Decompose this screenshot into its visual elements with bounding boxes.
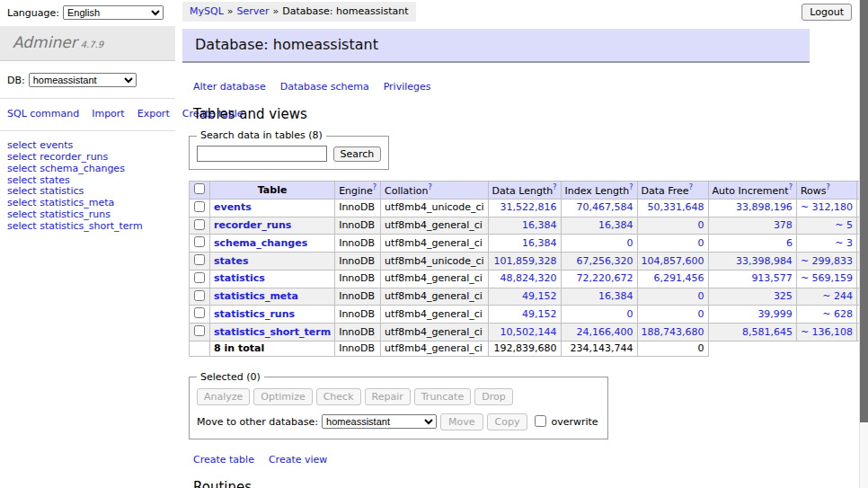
data-free-link[interactable]: 0 [698, 237, 704, 249]
table-name-link[interactable]: statistics_meta [214, 290, 298, 302]
truncate-button[interactable]: Truncate [414, 388, 471, 405]
sidebar-action-link[interactable]: Export [137, 108, 170, 120]
table-name-link[interactable]: recorder_runs [214, 219, 291, 231]
index-length-link[interactable]: 0 [627, 308, 633, 320]
sidebar-action-link[interactable]: SQL command [7, 108, 79, 120]
scrollbar-thumb[interactable] [860, 0, 868, 422]
search-button[interactable]: Search [333, 146, 382, 162]
rows-link[interactable]: ~ 569,159 [801, 272, 853, 284]
help-link[interactable]: ? [553, 183, 556, 191]
sidebar-action-link[interactable]: Import [92, 108, 125, 120]
search-input[interactable] [197, 146, 327, 162]
help-link[interactable]: ? [826, 183, 829, 191]
data-free-cell: 188,743,680 [637, 324, 708, 342]
logout-button[interactable]: Logout [802, 4, 852, 21]
db-select[interactable]: homeassistant [29, 73, 137, 87]
help-link[interactable]: ? [689, 183, 693, 191]
rows-link[interactable]: ~ 312,180 [801, 201, 853, 213]
breadcrumb-link[interactable]: Server [237, 5, 270, 17]
index-length-link[interactable]: 72,220,672 [577, 272, 633, 284]
index-length-link[interactable]: 24,166,400 [577, 326, 633, 338]
rows-link[interactable]: ~ 3 [835, 237, 853, 249]
help-link[interactable]: ? [373, 183, 376, 191]
table-name-link[interactable]: states [214, 255, 249, 267]
table-name-link[interactable]: schema_changes [214, 237, 307, 249]
row-checkbox[interactable] [194, 307, 205, 318]
help-link[interactable]: ? [428, 183, 431, 191]
row-checkbox[interactable] [194, 219, 205, 230]
optimize-button[interactable]: Optimize [253, 388, 312, 405]
selected-legend: Selected (0) [197, 371, 264, 384]
auto-increment-link[interactable]: 6 [786, 237, 793, 249]
data-length-link[interactable]: 49,152 [522, 290, 557, 302]
create-link[interactable]: Create table [193, 454, 254, 466]
row-checkbox[interactable] [194, 236, 205, 247]
auto-increment-link[interactable]: 39,999 [757, 308, 793, 320]
auto-increment-link[interactable]: 913,577 [751, 272, 793, 284]
data-length-link[interactable]: 48,824,320 [500, 272, 557, 284]
data-free-link[interactable]: 104,857,600 [642, 255, 704, 267]
data-free-link[interactable]: 6,291,456 [654, 272, 704, 284]
breadcrumb-link[interactable]: MySQL [190, 5, 224, 17]
data-length-link[interactable]: 16,384 [522, 237, 557, 249]
data-free-link[interactable]: 0 [698, 290, 704, 302]
move-button[interactable]: Move [440, 413, 483, 430]
rows-link[interactable]: ~ 5 [835, 219, 853, 231]
auto-increment-link[interactable]: 325 [774, 290, 793, 302]
auto-increment-link[interactable]: 378 [774, 219, 793, 231]
table-name-link[interactable]: events [214, 201, 252, 213]
data-length-link[interactable]: 101,859,328 [494, 255, 557, 267]
help-link[interactable]: ? [629, 183, 633, 191]
row-checkbox[interactable] [194, 254, 205, 265]
table-name-link[interactable]: statistics [214, 272, 265, 284]
data-length-link[interactable]: 16,384 [522, 219, 557, 231]
table-name-link[interactable]: statistics_runs [214, 308, 295, 320]
rows-link[interactable]: ~ 244 [822, 290, 853, 302]
drop-button[interactable]: Drop [474, 388, 512, 405]
index-length-link[interactable]: 16,384 [598, 219, 633, 231]
data-free-link[interactable]: 188,743,680 [642, 326, 704, 338]
row-checkbox[interactable] [194, 325, 205, 336]
auto-increment-link[interactable]: 8,581,645 [742, 326, 793, 338]
data-free-link[interactable]: 0 [698, 219, 704, 231]
index-length-link[interactable]: 67,256,320 [577, 255, 633, 267]
table-name-link[interactable]: statistics_short_term [214, 326, 331, 338]
index-length-link[interactable]: 0 [627, 237, 633, 249]
row-checkbox[interactable] [194, 201, 205, 212]
row-checkbox[interactable] [194, 290, 205, 301]
index-length-link[interactable]: 16,384 [598, 290, 633, 302]
help-link[interactable]: ? [789, 183, 793, 191]
table-row: schema_changesInnoDButf8mb4_general_ci16… [190, 235, 868, 253]
copy-button[interactable]: Copy [487, 413, 528, 430]
data-free-link[interactable]: 0 [698, 308, 704, 320]
index-length-cell: 0 [561, 306, 637, 324]
data-length-link[interactable]: 31,522,816 [500, 201, 557, 213]
sidebar-table-link[interactable]: select schema_changes [7, 164, 168, 175]
repair-button[interactable]: Repair [365, 388, 411, 405]
check-button[interactable]: Check [316, 388, 361, 405]
move-db-select[interactable]: homeassistant [322, 414, 437, 429]
analyze-button[interactable]: Analyze [197, 388, 250, 405]
data-length-link[interactable]: 10,502,144 [500, 326, 557, 338]
sidebar-table-link[interactable]: select recorder_runs [7, 152, 168, 164]
rows-link[interactable]: ~ 299,833 [801, 255, 853, 267]
row-checkbox[interactable] [194, 272, 205, 283]
sidebar-table-link[interactable]: select statistics_runs [7, 209, 168, 221]
data-free-link[interactable]: 50,331,648 [648, 201, 704, 213]
auto-increment-link[interactable]: 33,398,984 [736, 255, 793, 267]
auto-increment-link[interactable]: 33,898,196 [736, 201, 793, 213]
data-length-cell: 10,502,144 [488, 324, 561, 342]
overwrite-checkbox[interactable] [535, 415, 546, 427]
database-nav-link[interactable]: Alter database [193, 81, 266, 93]
language-select[interactable]: English [63, 5, 164, 20]
database-nav-link[interactable]: Privileges [384, 81, 431, 93]
data-length-link[interactable]: 49,152 [522, 308, 557, 320]
create-link[interactable]: Create view [269, 454, 327, 466]
index-length-link[interactable]: 70,467,584 [577, 201, 633, 213]
select-all-checkbox[interactable] [194, 183, 205, 194]
rows-link[interactable]: ~ 628 [822, 308, 853, 320]
database-nav-link[interactable]: Database schema [280, 81, 369, 93]
row-checkbox-cell [190, 288, 210, 306]
rows-link[interactable]: ~ 136,108 [801, 326, 853, 338]
sidebar-table-link[interactable]: select statistics_short_term [7, 221, 168, 233]
